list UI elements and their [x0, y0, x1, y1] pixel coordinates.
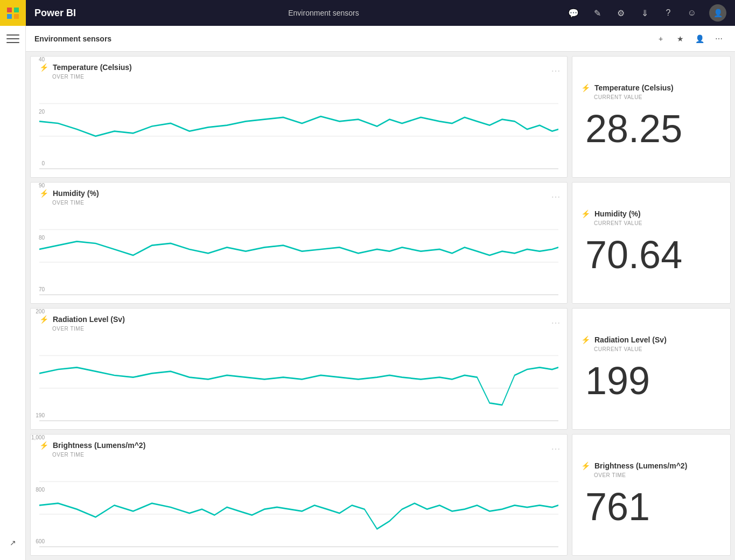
- temperature-value-title: Temperature (Celsius): [594, 83, 674, 92]
- radiation-chart-subtitle: OVER TIME: [52, 326, 558, 332]
- comment-icon[interactable]: 💬: [563, 2, 584, 24]
- brightness-chart-title: Brightness (Lumens/m^2): [53, 441, 145, 450]
- lightning-icon-6: ⚡: [581, 335, 590, 344]
- gear-icon[interactable]: ⚙: [610, 2, 632, 24]
- content-header: Environment sensors + ★ 👤 ⋯: [26, 26, 735, 52]
- pencil-icon[interactable]: ✎: [586, 2, 608, 24]
- humidity-chart-area: 90 80 70 5:59:30 PM 5:59:40: [39, 208, 558, 297]
- humidity-value-title: Humidity (%): [594, 209, 641, 218]
- brightness-chart-card: ⚡ Brightness (Lumens/m^2) … OVER TIME 1,…: [30, 434, 568, 556]
- radiation-svg: [39, 334, 558, 423]
- topbar: Power BI Environment sensors 💬 ✎ ⚙ ⇓ ? ☺…: [0, 0, 735, 26]
- app-logo: [0, 0, 26, 26]
- content-area: Environment sensors + ★ 👤 ⋯ ⚡ Temperatur…: [26, 26, 735, 560]
- hamburger-menu[interactable]: [4, 30, 22, 47]
- favorite-button[interactable]: ★: [673, 31, 688, 46]
- humidity-chart-card: ⚡ Humidity (%) … OVER TIME 90 80 70: [30, 182, 568, 304]
- more-button[interactable]: ⋯: [711, 31, 726, 46]
- sidebar-bottom: ↗: [4, 534, 22, 551]
- temperature-value: 28.25: [581, 107, 682, 151]
- humidity-chart-more[interactable]: …: [551, 189, 561, 200]
- radiation-chart-container: 5:59:30 PM 5:59:40 PM 5:59:50 PM 6:00:00…: [39, 334, 558, 423]
- temperature-chart-more[interactable]: …: [551, 63, 561, 74]
- brightness-value-subtitle: OVER TIME: [594, 472, 626, 478]
- download-icon[interactable]: ⇓: [634, 2, 655, 24]
- radiation-value-subtitle: CURRENT VALUE: [594, 346, 642, 352]
- humidity-value-card: ⚡ Humidity (%) CURRENT VALUE 70.64: [572, 182, 731, 304]
- temperature-svg: [39, 82, 558, 171]
- go-to-icon[interactable]: ↗: [4, 534, 22, 551]
- header-actions: + ★ 👤 ⋯: [653, 31, 726, 46]
- lightning-icon-8: ⚡: [581, 461, 590, 470]
- brightness-value: 761: [581, 485, 650, 529]
- avatar[interactable]: 👤: [709, 4, 726, 22]
- help-icon[interactable]: ?: [657, 2, 679, 24]
- radiation-chart-title: Radiation Level (Sv): [53, 315, 125, 324]
- radiation-chart-area: 200 190 5:59:30 PM 5:59:40 PM: [39, 334, 558, 423]
- humidity-chart-subtitle: OVER TIME: [52, 200, 558, 206]
- sidebar: ↗: [0, 26, 26, 560]
- radiation-value-card: ⚡ Radiation Level (Sv) CURRENT VALUE 199: [572, 308, 731, 430]
- temperature-chart-container: 5:59:30 PM 5:59:40 PM 5:59:50 PM 6:00:00…: [39, 82, 558, 171]
- humidity-value: 70.64: [581, 233, 682, 277]
- topbar-icons: 💬 ✎ ⚙ ⇓ ? ☺ 👤: [563, 2, 735, 24]
- topbar-title: Environment sensors: [85, 9, 563, 17]
- temperature-chart-title: Temperature (Celsius): [53, 63, 132, 72]
- share-button[interactable]: 👤: [692, 31, 707, 46]
- radiation-value-header: ⚡ Radiation Level (Sv): [581, 335, 667, 344]
- temperature-value-header: ⚡ Temperature (Celsius): [581, 83, 674, 92]
- temperature-chart-subtitle: OVER TIME: [52, 74, 558, 80]
- brightness-chart-subtitle: OVER TIME: [52, 452, 558, 458]
- temperature-value-card: ⚡ Temperature (Celsius) CURRENT VALUE 28…: [572, 56, 731, 178]
- brightness-value-title: Brightness (Lumens/m^2): [594, 461, 687, 470]
- dashboard: ⚡ Temperature (Celsius) … OVER TIME 40 2…: [26, 52, 735, 560]
- brightness-value-header: ⚡ Brightness (Lumens/m^2): [581, 461, 687, 470]
- radiation-value-title: Radiation Level (Sv): [594, 335, 667, 344]
- temperature-chart-card: ⚡ Temperature (Celsius) … OVER TIME 40 2…: [30, 56, 568, 178]
- brightness-chart-container: 5:59:30 PM 5:59:40 PM 5:59:50 PM 6:00:00…: [39, 460, 558, 549]
- humidity-chart-container: 5:59:30 PM 5:59:40 PM 5:59:50 PM 6:00:00…: [39, 208, 558, 297]
- lightning-icon-2: ⚡: [581, 83, 590, 92]
- page-title: Environment sensors: [34, 34, 653, 43]
- radiation-value: 199: [581, 359, 650, 403]
- humidity-svg: [39, 208, 558, 297]
- humidity-value-header: ⚡ Humidity (%): [581, 209, 641, 218]
- humidity-chart-header: ⚡ Humidity (%) …: [39, 189, 558, 198]
- radiation-chart-card: ⚡ Radiation Level (Sv) … OVER TIME 200 1…: [30, 308, 568, 430]
- temperature-chart-area: 40 20 0 5:59:30 PM 5:59:40: [39, 82, 558, 171]
- temperature-chart-header: ⚡ Temperature (Celsius) …: [39, 63, 558, 72]
- brightness-value-card: ⚡ Brightness (Lumens/m^2) OVER TIME 761: [572, 434, 731, 556]
- add-button[interactable]: +: [653, 31, 668, 46]
- brightness-chart-area: 1,000 800 600 5:59:30 PM 5:: [39, 460, 558, 549]
- smiley-icon[interactable]: ☺: [681, 2, 703, 24]
- lightning-icon-4: ⚡: [581, 209, 590, 218]
- main-layout: ↗ Environment sensors + ★ 👤 ⋯ ⚡ Temperat…: [0, 26, 735, 560]
- app-name: Power BI: [26, 8, 85, 19]
- brightness-chart-more[interactable]: …: [551, 441, 561, 452]
- radiation-chart-more[interactable]: …: [551, 315, 561, 326]
- humidity-value-subtitle: CURRENT VALUE: [594, 220, 642, 226]
- logo-grid: [7, 8, 19, 19]
- brightness-chart-header: ⚡ Brightness (Lumens/m^2) …: [39, 441, 558, 450]
- radiation-chart-header: ⚡ Radiation Level (Sv) …: [39, 315, 558, 324]
- temperature-value-subtitle: CURRENT VALUE: [594, 94, 642, 100]
- brightness-svg: [39, 460, 558, 549]
- humidity-chart-title: Humidity (%): [53, 189, 99, 198]
